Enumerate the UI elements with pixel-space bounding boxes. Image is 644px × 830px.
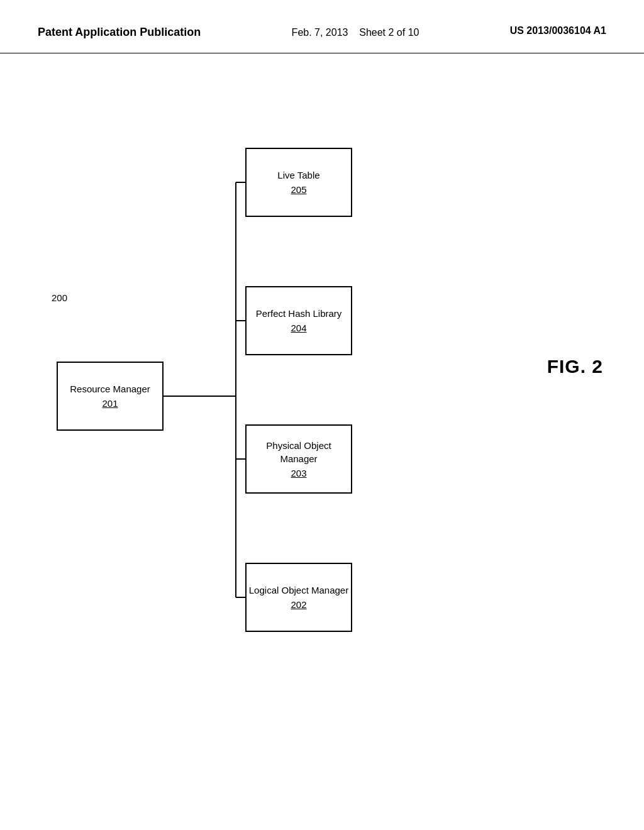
logical-object-manager-label: Logical Object Manager bbox=[249, 584, 348, 597]
header-center-info: Feb. 7, 2013 Sheet 2 of 10 bbox=[292, 25, 419, 40]
live-table-number: 205 bbox=[291, 183, 306, 196]
perfect-hash-box: Perfect Hash Library 204 bbox=[245, 286, 352, 355]
fig-label-text: FIG. 2 bbox=[547, 356, 603, 377]
sheet-info: Sheet 2 of 10 bbox=[359, 27, 419, 38]
resource-manager-number: 201 bbox=[102, 397, 118, 410]
perfect-hash-number: 204 bbox=[291, 321, 306, 335]
physical-object-manager-box: Physical Object Manager 203 bbox=[245, 424, 352, 494]
publication-date: Feb. 7, 2013 bbox=[292, 27, 348, 38]
patent-publication-label: Patent Application Publication bbox=[38, 25, 201, 40]
physical-object-manager-label: Physical Object Manager bbox=[247, 439, 351, 465]
logical-object-manager-number: 202 bbox=[291, 598, 306, 611]
resource-manager-box: Resource Manager 201 bbox=[57, 362, 164, 431]
live-table-label: Live Table bbox=[277, 169, 319, 182]
physical-object-manager-number: 203 bbox=[291, 467, 306, 480]
perfect-hash-label: Perfect Hash Library bbox=[256, 307, 342, 320]
diagram-area: 200 Resource Manager 201 Live Table 205 … bbox=[0, 53, 644, 808]
ref-200: 200 bbox=[52, 292, 67, 303]
resource-manager-label: Resource Manager bbox=[70, 382, 150, 396]
logical-object-manager-box: Logical Object Manager 202 bbox=[245, 563, 352, 632]
live-table-box: Live Table 205 bbox=[245, 148, 352, 217]
patent-number: US 2013/0036104 A1 bbox=[510, 25, 606, 36]
fig-label: FIG. 2 bbox=[547, 355, 603, 378]
